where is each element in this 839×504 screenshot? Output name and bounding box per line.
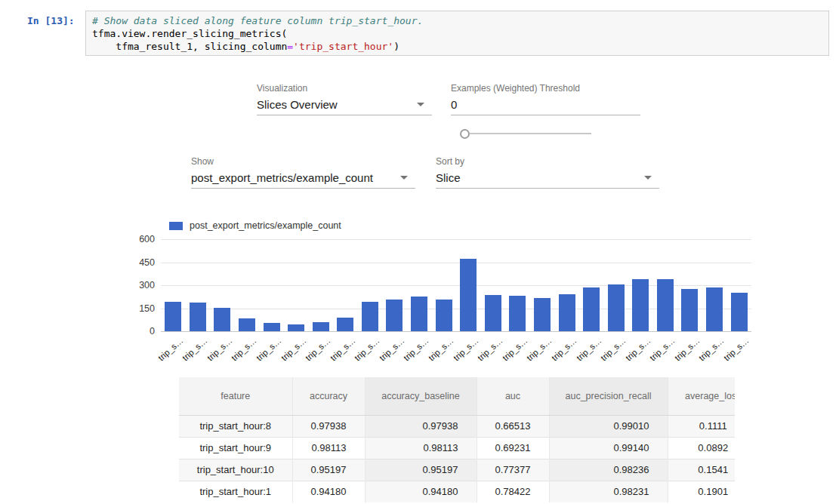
bar[interactable] — [657, 279, 674, 331]
x-tick-label: trip_s… — [575, 336, 603, 362]
x-tick-label: trip_s… — [722, 336, 750, 362]
table-cell: 0.99140 — [549, 437, 668, 459]
threshold-input[interactable] — [451, 98, 640, 111]
code-text: ) — [393, 41, 399, 52]
column-header-auc[interactable]: auc — [477, 377, 549, 415]
table-cell: 0.77377 — [477, 459, 549, 481]
x-axis: trip_s…trip_s…trip_s…trip_s…trip_s…trip_… — [161, 334, 751, 361]
chevron-down-icon[interactable] — [644, 176, 652, 180]
bar[interactable] — [386, 300, 403, 331]
bar[interactable] — [706, 287, 723, 331]
table-cell: 0.98113 — [365, 437, 477, 459]
bar[interactable] — [288, 324, 304, 331]
bar[interactable] — [436, 300, 452, 331]
bar-band — [308, 239, 333, 331]
code-line: tfma.view.render_slicing_metrics( — [92, 27, 822, 40]
bar-band — [161, 239, 186, 331]
slider-knob[interactable] — [460, 129, 470, 139]
bar-band — [579, 239, 604, 331]
column-header-accuracy[interactable]: accuracy — [292, 377, 365, 415]
code-comment-line: # Show data sliced along feature column … — [92, 14, 822, 27]
table-cell: trip_start_hour:10 — [179, 459, 292, 481]
bar[interactable] — [485, 295, 501, 331]
column-header-feature[interactable]: feature — [179, 377, 292, 415]
y-tick-label: 600 — [112, 234, 155, 244]
table-cell: 0.97938 — [292, 415, 365, 437]
x-tick-label: trip_s… — [353, 336, 381, 362]
table-cell: trip_start_hour:1 — [179, 481, 292, 502]
y-axis: 0150300450600 — [112, 239, 155, 331]
bar[interactable] — [583, 287, 600, 331]
show-dropdown[interactable]: Show post_export_metrics/example_count — [191, 156, 415, 189]
x-tick: trip_s… — [259, 334, 284, 361]
bar[interactable] — [411, 297, 427, 331]
bar[interactable] — [165, 302, 181, 331]
bar-band — [382, 239, 407, 331]
bar[interactable] — [559, 294, 575, 331]
bar-band — [481, 239, 506, 331]
metrics-table: featureaccuracyaccuracy_baselineaucauc_p… — [179, 377, 735, 502]
table-cell: 0.0892 — [668, 437, 735, 459]
bar[interactable] — [731, 293, 748, 331]
bar[interactable] — [534, 298, 551, 331]
bar[interactable] — [362, 302, 378, 331]
bar[interactable] — [214, 308, 230, 331]
column-header-accuracy_baseline[interactable]: accuracy_baseline — [365, 377, 477, 415]
threshold-slider[interactable] — [460, 128, 591, 139]
x-tick-label: trip_s… — [526, 336, 554, 362]
table-cell: 0.1111 — [668, 415, 735, 437]
bar[interactable] — [608, 284, 625, 331]
code-line: tfma_result_1, slicing_column='trip_star… — [92, 40, 822, 53]
threshold-field[interactable]: Examples (Weighted) Threshold — [451, 83, 640, 115]
bar-band — [210, 239, 235, 331]
table-row: trip_start_hour:10.941800.941800.784220.… — [179, 481, 735, 502]
y-tick-label: 450 — [112, 257, 155, 268]
bar[interactable] — [337, 318, 353, 331]
bar[interactable] — [239, 318, 255, 331]
slider-track[interactable] — [470, 133, 591, 134]
sort-by-dropdown[interactable]: Sort by Slice — [436, 156, 659, 189]
table-row: trip_start_hour:90.981130.981130.692310.… — [179, 437, 735, 459]
bar-band — [333, 239, 358, 331]
column-header-auc_precision_recall[interactable]: auc_precision_recall — [549, 377, 668, 415]
bar-band — [628, 239, 653, 331]
show-label: Show — [191, 156, 415, 167]
bar[interactable] — [632, 279, 649, 331]
y-tick-label: 300 — [112, 280, 155, 290]
bars — [161, 239, 751, 331]
chevron-down-icon[interactable] — [400, 176, 408, 180]
table-cell: 0.98231 — [549, 481, 668, 502]
x-tick-label: trip_s… — [698, 336, 726, 362]
chart-legend: post_export_metrics/example_count — [169, 220, 341, 231]
chevron-down-icon[interactable] — [417, 103, 424, 106]
x-tick-label: trip_s… — [599, 336, 627, 362]
x-tick: trip_s… — [554, 334, 579, 361]
bar-band — [530, 239, 555, 331]
x-tick-label: trip_s… — [205, 336, 233, 362]
table-cell: 0.1541 — [668, 459, 735, 481]
x-tick-label: trip_s… — [427, 336, 455, 362]
table-cell: 0.69231 — [477, 437, 549, 459]
metrics-table-container: featureaccuracyaccuracy_baselineaucauc_p… — [179, 377, 735, 502]
bar[interactable] — [264, 323, 280, 331]
code-cell[interactable]: # Show data sliced along feature column … — [85, 11, 829, 56]
bar[interactable] — [681, 289, 698, 331]
x-tick-label: trip_s… — [304, 336, 332, 362]
bar[interactable] — [313, 322, 329, 331]
table-cell: 0.94180 — [292, 481, 365, 502]
bar[interactable] — [460, 259, 477, 331]
bar-band — [235, 239, 260, 331]
x-tick-label: trip_s… — [403, 336, 430, 362]
table-cell: trip_start_hour:8 — [179, 415, 292, 437]
x-tick: trip_s… — [431, 334, 456, 361]
visualization-dropdown[interactable]: Visualization Slices Overview — [257, 83, 432, 115]
x-tick-label: trip_s… — [452, 336, 480, 362]
bar[interactable] — [509, 296, 526, 331]
bar-band — [505, 239, 530, 331]
legend-swatch — [169, 222, 183, 230]
bar[interactable] — [190, 303, 206, 331]
table-body: trip_start_hour:80.979380.979380.665130.… — [179, 415, 735, 502]
table-cell: 0.99010 — [549, 415, 668, 437]
column-header-average_loss[interactable]: average_loss — [668, 377, 735, 415]
bar-band — [603, 239, 628, 331]
